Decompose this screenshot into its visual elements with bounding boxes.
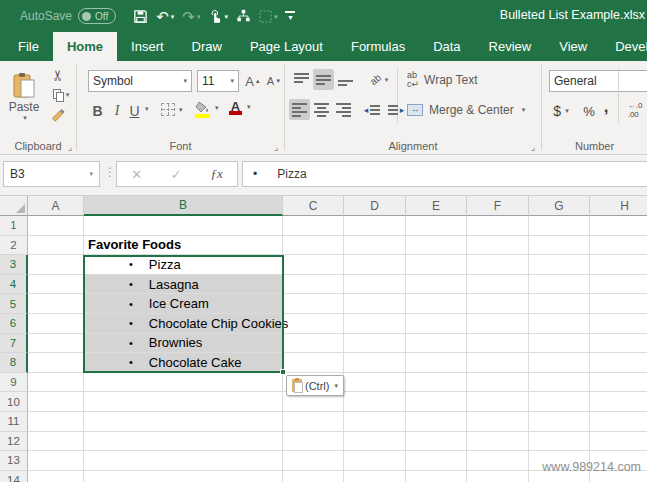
top-align-button[interactable] [291, 69, 312, 90]
cell-E9[interactable] [406, 373, 467, 393]
cell-G3[interactable] [529, 255, 590, 275]
underline-button[interactable]: U [127, 101, 142, 121]
select-objects-button[interactable]: ▾ [256, 8, 281, 25]
borders-button[interactable]: ▾ [161, 103, 183, 116]
col-header-E[interactable]: E [406, 196, 467, 216]
cell-B5[interactable]: •Ice Cream [84, 294, 283, 314]
cell-H10[interactable] [590, 392, 647, 412]
cell-B10[interactable] [84, 392, 283, 412]
chevron-down-icon[interactable]: ▾ [215, 104, 219, 112]
cell-D8[interactable] [344, 353, 406, 373]
tab-data[interactable]: Data [419, 32, 474, 61]
cell-F14[interactable] [467, 471, 529, 482]
customize-qat-button[interactable]: ▼ [282, 9, 298, 23]
cell-E13[interactable] [406, 451, 467, 471]
cell-A1[interactable] [28, 216, 84, 236]
row-header-2[interactable]: 2 [0, 236, 28, 256]
font-name-select[interactable]: Symbol ▾ [88, 70, 192, 92]
cell-A5[interactable] [28, 294, 84, 314]
cell-G10[interactable] [529, 392, 590, 412]
cell-C2[interactable] [283, 236, 344, 256]
cell-D13[interactable] [344, 451, 406, 471]
cell-D7[interactable] [344, 334, 406, 354]
select-all-corner[interactable] [0, 196, 28, 216]
cell-G6[interactable] [529, 314, 590, 334]
copy-button[interactable]: ▾ [46, 87, 76, 103]
cell-D11[interactable] [344, 412, 406, 432]
cell-F6[interactable] [467, 314, 529, 334]
cell-C7[interactable] [283, 334, 344, 354]
bottom-align-button[interactable] [335, 69, 356, 90]
cell-F9[interactable] [467, 373, 529, 393]
alignment-dialog-launcher-icon[interactable]: ⌟ [531, 142, 535, 152]
row-header-6[interactable]: 6 [0, 314, 28, 334]
cell-B13[interactable] [84, 451, 283, 471]
font-color-button[interactable]: A ▾ [229, 99, 251, 114]
cell-A3[interactable] [28, 255, 84, 275]
tab-home[interactable]: Home [53, 32, 117, 61]
cell-G8[interactable] [529, 353, 590, 373]
cell-B8[interactable]: •Chocolate Cake [84, 353, 283, 373]
cell-H6[interactable] [590, 314, 647, 334]
cell-D9[interactable] [344, 373, 406, 393]
cell-F10[interactable] [467, 392, 529, 412]
cell-G2[interactable] [529, 236, 590, 256]
cell-E12[interactable] [406, 432, 467, 452]
cell-E1[interactable] [406, 216, 467, 236]
formula-input[interactable]: • Pizza [242, 161, 647, 187]
cell-H1[interactable] [590, 216, 647, 236]
row-header-8[interactable]: 8 [0, 353, 28, 373]
cell-H2[interactable] [590, 236, 647, 256]
cell-E6[interactable] [406, 314, 467, 334]
cell-A7[interactable] [28, 334, 84, 354]
orientation-button[interactable]: ab ▾ [365, 69, 393, 90]
row-header-5[interactable]: 5 [0, 294, 28, 314]
cell-E2[interactable] [406, 236, 467, 256]
percent-style-button[interactable]: % [580, 101, 598, 121]
chevron-down-icon[interactable]: ▾ [171, 13, 175, 20]
tab-developer[interactable]: Developer [601, 32, 647, 61]
cell-D3[interactable] [344, 255, 406, 275]
cell-A4[interactable] [28, 275, 84, 295]
tab-view[interactable]: View [545, 32, 601, 61]
chevron-down-icon[interactable]: ▾ [66, 91, 70, 99]
cell-D6[interactable] [344, 314, 406, 334]
cell-F12[interactable] [467, 432, 529, 452]
cell-E8[interactable] [406, 353, 467, 373]
cell-G11[interactable] [529, 412, 590, 432]
row-header-11[interactable]: 11 [0, 412, 28, 432]
chevron-down-icon[interactable]: ▾ [565, 107, 569, 115]
chevron-down-icon[interactable]: ▾ [89, 170, 93, 178]
paste-button[interactable]: Paste ▾ [5, 65, 43, 129]
tab-formulas[interactable]: Formulas [337, 32, 419, 61]
cell-H3[interactable] [590, 255, 647, 275]
chevron-down-icon[interactable]: ▾ [224, 13, 228, 20]
enter-icon[interactable]: ✓ [171, 167, 182, 182]
cell-D1[interactable] [344, 216, 406, 236]
cell-C1[interactable] [283, 216, 344, 236]
comma-style-button[interactable]: , [600, 97, 612, 117]
cell-A2[interactable] [28, 236, 84, 256]
bold-button[interactable]: B [89, 101, 106, 121]
chevron-down-icon[interactable]: ▾ [23, 114, 27, 122]
decrease-font-size-button[interactable]: A▼ [264, 70, 284, 92]
merge-center-button[interactable]: ↔ Merge & Center ▾ [407, 99, 525, 120]
format-painter-button[interactable] [46, 107, 70, 125]
name-box[interactable]: B3 ▾ [3, 161, 100, 187]
paste-options-button[interactable]: (Ctrl) ▾ [286, 375, 344, 396]
cell-B6[interactable]: •Chocolate Chip Cookies [84, 314, 283, 334]
cell-F5[interactable] [467, 294, 529, 314]
cell-A11[interactable] [28, 412, 84, 432]
tab-review[interactable]: Review [475, 32, 546, 61]
increase-indent-button[interactable]: ▸ [385, 99, 407, 120]
increase-font-size-button[interactable]: A▲ [243, 70, 263, 92]
row-header-12[interactable]: 12 [0, 432, 28, 452]
cell-G12[interactable] [529, 432, 590, 452]
align-right-button[interactable] [333, 99, 354, 120]
row-header-10[interactable]: 10 [0, 392, 28, 412]
row-header-13[interactable]: 13 [0, 451, 28, 471]
col-header-H[interactable]: H [590, 196, 647, 216]
cell-F1[interactable] [467, 216, 529, 236]
insert-function-icon[interactable]: ƒx [210, 166, 222, 182]
middle-align-button[interactable] [313, 69, 334, 90]
